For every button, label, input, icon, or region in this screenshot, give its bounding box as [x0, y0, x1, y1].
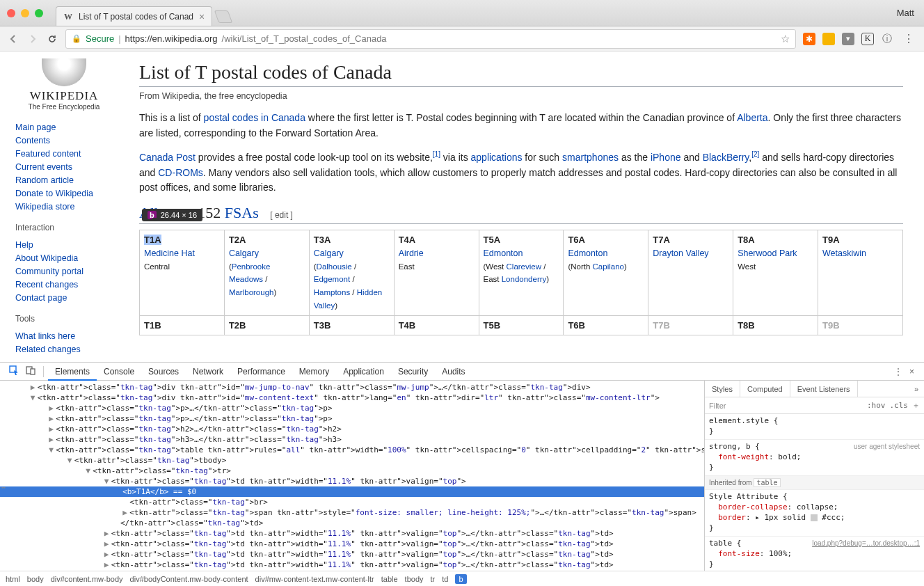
link[interactable]: Edmonton — [568, 248, 607, 258]
link[interactable]: Medicine Hat — [144, 248, 195, 258]
dom-node[interactable]: ▶<tkn-attr">class="tkn-tag">td tkn-attr"… — [0, 528, 704, 539]
bookmark-star-icon[interactable]: ☆ — [781, 33, 790, 45]
forward-button[interactable] — [26, 33, 39, 45]
sidebar-link[interactable]: What links here — [15, 329, 113, 342]
dom-node[interactable]: ▼<tkn-attr">class="tkn-tag">table tkn-at… — [0, 445, 704, 455]
close-window-button[interactable] — [7, 9, 15, 17]
dom-node[interactable]: ▶<tkn-attr">class="tkn-tag">h3>…</tkn-at… — [0, 434, 704, 445]
crumb[interactable]: html — [6, 575, 20, 583]
computed-tab[interactable]: Computed — [740, 381, 790, 397]
extension-icon[interactable]: ✱ — [803, 33, 815, 45]
sidebar-link[interactable]: Help — [15, 238, 113, 251]
sidebar-link[interactable]: Current events — [15, 160, 113, 173]
edit-section[interactable]: [ edit ] — [270, 210, 293, 220]
crumb[interactable]: tbody — [405, 575, 424, 583]
hov-toggle[interactable]: :hov — [867, 401, 886, 410]
link[interactable]: applications — [471, 152, 523, 163]
sidebar-link[interactable]: Random article — [15, 173, 113, 187]
crumb[interactable]: div#bodyContent.mw-body-content — [130, 575, 248, 583]
sidebar-link[interactable]: Contact page — [15, 291, 113, 304]
sidebar-link[interactable]: Wikipedia store — [15, 200, 113, 213]
link[interactable]: Marlborough — [229, 288, 274, 296]
link[interactable]: CD-ROMs — [158, 167, 203, 178]
devtools-tab[interactable]: Security — [391, 363, 435, 381]
sidebar-link[interactable]: Main page — [15, 120, 113, 134]
devtools-tab[interactable]: Network — [186, 363, 230, 381]
dom-node-selected[interactable]: <b>T1A</b> == $0 — [0, 486, 704, 497]
crumb[interactable]: table — [381, 575, 398, 583]
dom-node[interactable]: ▶<tkn-attr">class="tkn-tag">p>…</tkn-att… — [0, 413, 704, 424]
link[interactable]: Edgemont — [314, 275, 350, 283]
minimize-window-button[interactable] — [21, 9, 29, 17]
crumb[interactable]: div#content.mw-body — [51, 575, 123, 583]
dom-node[interactable]: <tkn-attr">class="tkn-tag">br> — [0, 497, 704, 507]
extension-icon[interactable] — [822, 33, 835, 45]
link[interactable]: iPhone — [651, 152, 681, 163]
link[interactable]: Drayton Valley — [653, 248, 708, 258]
sidebar-link[interactable]: Contents — [15, 134, 113, 147]
devtools-menu-icon[interactable]: ⋮ — [894, 367, 902, 377]
new-tab-button[interactable] — [214, 10, 233, 23]
devtools-close-icon[interactable]: × — [909, 367, 914, 377]
reload-button[interactable] — [46, 33, 58, 45]
profile-name[interactable]: Matt — [897, 8, 914, 18]
dom-node[interactable]: ▶<tkn-attr">class="tkn-tag">h2>…</tkn-at… — [0, 424, 704, 434]
link[interactable]: Airdrie — [399, 248, 424, 258]
link[interactable]: postal codes in Canada — [204, 112, 305, 123]
link[interactable]: Dalhousie — [317, 262, 352, 271]
link[interactable]: smartphones — [562, 152, 619, 163]
close-tab-icon[interactable]: × — [199, 11, 205, 22]
crumb[interactable]: b — [455, 574, 466, 584]
crumb[interactable]: div#mw-content-text.mw-content-ltr — [255, 575, 374, 583]
link[interactable]: FSAs — [225, 204, 259, 221]
browser-tab[interactable]: W List of T postal codes of Canad × — [56, 6, 212, 26]
inspect-element-icon[interactable] — [6, 365, 22, 377]
reference[interactable]: [2] — [751, 150, 759, 158]
dom-gutter-dots[interactable]: ⋯ — [0, 484, 6, 491]
add-rule-icon[interactable]: ＋ — [912, 400, 920, 411]
dom-node[interactable]: ▼<tkn-attr">class="tkn-tag">td tkn-attr"… — [0, 476, 704, 486]
devtools-tab[interactable]: Console — [97, 363, 141, 381]
more-tabs-icon[interactable]: » — [909, 381, 924, 397]
wikipedia-logo[interactable]: WIKIPEDIA The Free Encyclopedia — [15, 58, 113, 111]
sidebar-link[interactable]: Community portal — [15, 264, 113, 278]
back-button[interactable] — [7, 33, 19, 45]
event-listeners-tab[interactable]: Event Listeners — [790, 381, 858, 397]
link[interactable]: Alberta — [737, 112, 767, 123]
link[interactable]: Penbrooke Meadows — [229, 262, 270, 284]
dom-node[interactable]: ▶<tkn-attr">class="tkn-tag">td tkn-attr"… — [0, 549, 704, 560]
link[interactable]: BlackBerry — [703, 152, 749, 163]
css-rules[interactable]: element.style { } user agent stylesheet … — [705, 414, 924, 571]
link[interactable]: Capilano — [593, 262, 624, 271]
dom-node[interactable]: ▶<tkn-attr">class="tkn-tag">td tkn-attr"… — [0, 570, 704, 571]
extension-icon[interactable]: ▾ — [842, 33, 854, 45]
extension-icon[interactable]: K — [861, 33, 874, 45]
dom-node[interactable]: ▼<tkn-attr">class="tkn-tag">div tkn-attr… — [0, 393, 704, 403]
dom-node[interactable]: </tkn-attr">class="tkn-tag">td> — [0, 518, 704, 528]
device-toolbar-icon[interactable] — [22, 365, 39, 377]
sidebar-link[interactable]: Related changes — [15, 342, 113, 356]
dom-node[interactable]: ▶<tkn-attr">class="tkn-tag">p>…</tkn-att… — [0, 403, 704, 413]
zoom-window-button[interactable] — [35, 9, 43, 17]
crumb[interactable]: tr — [431, 575, 436, 583]
link[interactable]: Londonderry — [502, 275, 547, 283]
devtools-tab[interactable]: Memory — [292, 363, 336, 381]
crumb[interactable]: td — [442, 575, 448, 583]
link[interactable]: Calgary — [229, 248, 259, 258]
crumb[interactable]: body — [27, 575, 44, 583]
devtools-tab[interactable]: Application — [336, 363, 391, 381]
link[interactable]: Canada Post — [139, 152, 196, 163]
dom-node[interactable]: ▶<tkn-attr">class="tkn-tag">span tkn-att… — [0, 507, 704, 518]
dom-tree-panel[interactable]: ▶<tkn-attr">class="tkn-tag">div tkn-attr… — [0, 381, 704, 571]
cls-toggle[interactable]: .cls — [890, 401, 909, 410]
link[interactable]: Edmonton — [484, 248, 523, 258]
dom-node[interactable]: ▼<tkn-attr">class="tkn-tag">tbody> — [0, 455, 704, 466]
sidebar-link[interactable]: Featured content — [15, 147, 113, 160]
devtools-tab[interactable]: Elements — [48, 363, 97, 381]
sidebar-link[interactable]: Recent changes — [15, 278, 113, 291]
breadcrumb[interactable]: htmlbodydiv#content.mw-bodydiv#bodyConte… — [0, 571, 924, 586]
reference[interactable]: [1] — [433, 150, 440, 158]
extension-icon[interactable]: ⓘ — [881, 33, 893, 45]
filter-input[interactable]: Filter — [709, 402, 863, 410]
dom-node[interactable]: ▶<tkn-attr">class="tkn-tag">div tkn-attr… — [0, 382, 704, 393]
